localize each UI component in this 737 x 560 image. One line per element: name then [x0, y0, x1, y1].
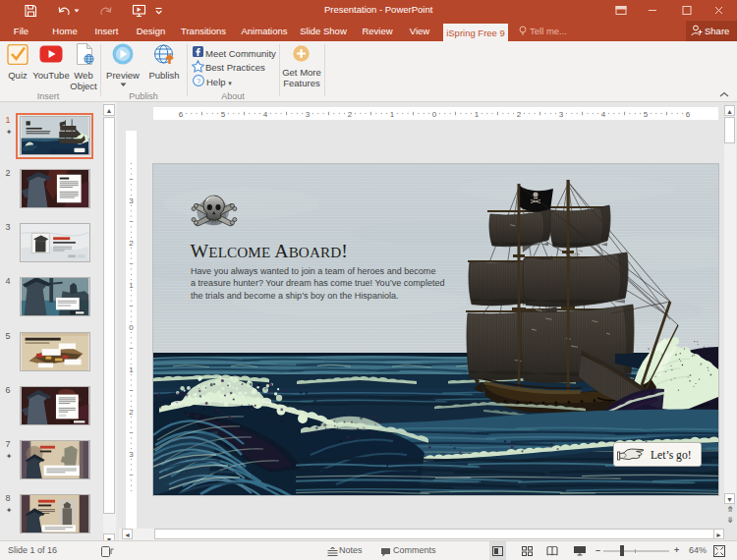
- svg-text:4: 4: [601, 110, 606, 119]
- svg-text:3: 3: [559, 110, 564, 119]
- svg-text:6: 6: [686, 110, 691, 119]
- svg-text:3: 3: [129, 450, 134, 459]
- svg-text:4: 4: [263, 110, 268, 119]
- svg-text:a treasure hunter? Your dream: a treasure hunter? Your dream has come t…: [191, 278, 445, 288]
- svg-text:2: 2: [129, 408, 134, 417]
- svg-text:2: 2: [129, 239, 134, 248]
- svg-text:Have you always wanted to join: Have you always wanted to join a team of…: [191, 266, 435, 276]
- svg-text:the trials and become a ship’s: the trials and become a ship’s boy on th…: [191, 291, 399, 301]
- svg-text:5: 5: [221, 110, 226, 119]
- svg-text:3: 3: [306, 110, 311, 119]
- svg-text:?: ?: [197, 77, 200, 85]
- svg-text:3: 3: [129, 196, 134, 205]
- svg-text:0: 0: [129, 323, 134, 332]
- svg-text:1: 1: [390, 110, 395, 119]
- svg-text:1: 1: [129, 365, 134, 374]
- svg-text:Let’s go!: Let’s go!: [651, 449, 692, 462]
- svg-text:2: 2: [348, 110, 353, 119]
- svg-text:1: 1: [129, 281, 134, 290]
- svg-text:5: 5: [644, 110, 649, 119]
- svg-text:1: 1: [475, 110, 480, 119]
- svg-text:WELCOME ABOARD!: WELCOME ABOARD!: [191, 240, 348, 261]
- svg-text:0: 0: [432, 110, 437, 119]
- svg-text:6: 6: [179, 110, 184, 119]
- svg-text:2: 2: [517, 110, 522, 119]
